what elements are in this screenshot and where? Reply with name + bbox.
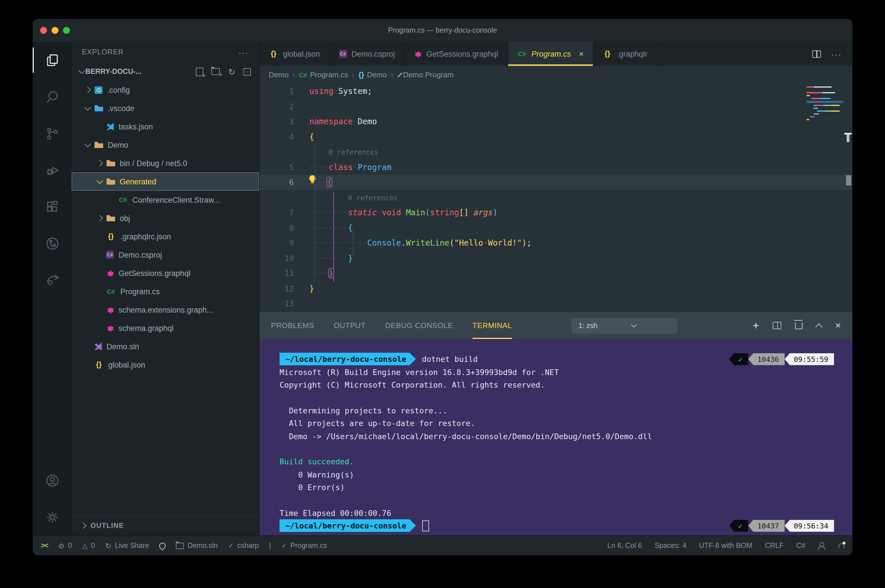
panel-tab[interactable]: DEBUG CONSOLE [385,312,453,339]
tree-item[interactable]: tasks.json [72,117,259,136]
code-line[interactable]: 6 ··{ [260,175,852,190]
close-icon[interactable]: × [579,49,583,58]
tree-item[interactable]: .vscode [72,99,259,117]
settings-gear-icon[interactable] [33,499,72,536]
code-line[interactable]: 12 } [260,281,852,296]
live-share-icon[interactable] [33,262,72,298]
status-item[interactable]: csharp [228,542,258,550]
tree-item[interactable]: .graphqlrc.json [72,227,259,246]
tree-item[interactable]: Demo.sln [72,337,259,356]
refresh-explorer-icon[interactable]: ↻ [228,67,236,76]
status-item[interactable]: UTF-8 with BOM [699,542,753,550]
tree-item[interactable]: Generated [72,172,259,190]
line-number: 4 [260,129,310,144]
tree-item[interactable]: .config [72,81,259,99]
split-terminal-icon[interactable] [773,322,781,329]
code-line[interactable]: 0 references [260,144,852,159]
maximize-panel-icon[interactable] [815,324,822,331]
account-icon[interactable] [33,462,72,499]
tree-item[interactable]: schema.graphql [72,319,259,337]
status-item[interactable]: Spaces: 4 [654,542,686,550]
tree-item[interactable]: Demo [72,136,259,154]
new-file-icon[interactable] [196,67,204,76]
collapse-folders-icon[interactable]: − [243,68,251,75]
status-item[interactable]: 0 [58,542,72,550]
activity-bar [33,42,72,536]
close-panel-icon[interactable]: × [835,321,841,330]
code-line[interactable]: 0 references [260,190,852,205]
kill-terminal-icon[interactable] [795,322,802,329]
file-type-icon [106,232,116,241]
tree-item[interactable]: bin / Debug / net5.0 [72,154,259,172]
code-token: void [382,208,401,217]
tree-item[interactable]: schema.extensions.graph... [72,301,259,319]
code-line[interactable]: 5 ····class·Program [260,159,852,175]
breadcrumb-item[interactable]: Program.cs [299,70,348,79]
gitlens-icon[interactable] [33,225,72,262]
source-control-icon[interactable] [33,115,72,152]
minimap[interactable] [807,87,843,122]
code-line[interactable]: 3 namespace·Demo [260,114,852,129]
breadcrumb-item[interactable]: Demo [269,70,288,79]
breadcrumb-item[interactable]: Demo.Program [397,70,454,79]
code-line[interactable]: 7 ········static·void·Main(string[]·args… [260,205,852,220]
code-token: 0 references [329,148,378,156]
code-line[interactable]: 4 { [260,129,852,144]
status-item[interactable]: Program.cs [281,542,327,550]
code-line[interactable]: 11 ····} [260,266,852,281]
status-item[interactable]: | [269,542,271,550]
editor-more-actions-icon[interactable]: ··· [831,49,842,58]
code-editor[interactable]: 1 using·System; 2 [260,84,852,312]
editor-tab[interactable]: GetSessions.graphql [405,42,508,66]
code-line[interactable]: 1 using·System; [260,84,852,99]
tree-item[interactable]: Demo.csproj [72,246,259,264]
explorer-icon[interactable] [33,42,72,78]
panel-tab[interactable]: TERMINAL [473,312,512,339]
code-line[interactable]: 2 [260,99,852,114]
breadcrumb-item[interactable]: Demo [359,70,387,79]
status-item[interactable] [838,543,844,549]
status-item[interactable]: C# [796,542,805,550]
terminal[interactable]: ~/local/berry-docu-console dotnet build … [260,339,852,536]
code-token: ; [367,87,372,96]
code-line[interactable]: 9 ············Console.WriteLine("Hello·W… [260,236,852,250]
code-token: System [338,87,367,96]
outline-section[interactable]: OUTLINE [72,515,259,536]
tree-item[interactable]: global.json [72,356,259,374]
code-line[interactable]: 13 [260,296,852,311]
status-item[interactable]: Live Share [105,542,149,550]
editor-scrollbar[interactable] [846,175,851,186]
new-terminal-icon[interactable]: + [753,320,759,331]
editor-tab[interactable]: Demo.csproj [330,42,405,66]
line-number: 12 [260,281,310,296]
tree-item[interactable]: obj [72,209,259,227]
status-item[interactable]: Demo.sln [176,542,218,550]
run-debug-icon[interactable] [33,152,72,188]
new-folder-icon[interactable] [212,68,220,75]
status-item[interactable]: CRLF [765,542,784,550]
editor-tab[interactable]: global.json [260,42,330,66]
explorer-more-actions-icon[interactable]: ··· [238,47,249,57]
code-token: · [401,208,406,217]
panel-tab[interactable]: OUTPUT [334,312,366,339]
tree-item[interactable]: ConferenceClient.Straw... [72,190,259,209]
status-text: Demo.sln [188,542,218,550]
status-item[interactable] [159,543,166,549]
split-editor-icon[interactable] [812,50,820,57]
code-line[interactable]: 8 ········{ [260,220,852,236]
search-icon[interactable] [33,78,72,115]
status-item[interactable]: Ln 6, Col 6 [607,542,642,550]
tree-item[interactable]: GetSessions.graphql [72,264,259,282]
tree-item[interactable]: Program.cs [72,282,259,301]
chevron-right-icon [80,522,87,529]
code-line[interactable]: 10 ········} [260,250,852,266]
status-item[interactable] [41,542,48,550]
panel-tab[interactable]: PROBLEMS [271,312,314,339]
editor-tab[interactable]: .graphqlr [594,42,657,66]
workspace-section-header[interactable]: BERRY-DOCU-... ↻ − [72,62,259,81]
editor-tab[interactable]: Program.cs × [508,42,593,66]
terminal-selector[interactable]: 1: zsh [572,318,677,333]
status-item[interactable]: 0 [82,542,95,550]
status-item[interactable] [818,542,825,549]
extensions-icon[interactable] [33,188,72,225]
